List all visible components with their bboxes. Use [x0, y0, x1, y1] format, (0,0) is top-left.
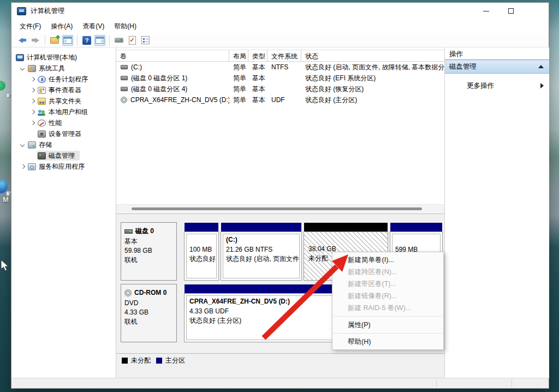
maximize-button[interactable] — [498, 3, 524, 19]
menu-item-help[interactable]: 帮助(H) — [332, 336, 443, 348]
context-menu: 新建简单卷(I)... 新建跨区卷(N)... 新建带区卷(T)... 新建镜像… — [332, 252, 444, 350]
console-tree-icon — [63, 37, 72, 44]
chevron-right-icon[interactable] — [29, 108, 37, 116]
forward-button[interactable] — [30, 35, 41, 46]
legend-primary-swatch — [156, 358, 162, 364]
menu-view[interactable]: 查看(V) — [78, 20, 109, 33]
menu-item-properties[interactable]: 属性(P) — [332, 319, 443, 331]
action-pane: 操作 磁盘管理 更多操作 — [444, 47, 549, 378]
action-pane-icon — [96, 37, 104, 44]
computer-icon — [16, 54, 24, 61]
chevron-down-icon[interactable] — [19, 64, 27, 72]
toggle-action-pane-button[interactable] — [94, 35, 105, 46]
menu-file[interactable]: 文件(F) — [15, 20, 46, 33]
console-options-button[interactable] — [140, 35, 151, 46]
disk0-partition-system[interactable]: 100 MB 状态良好 — [184, 222, 219, 281]
primary-partition-bar — [184, 222, 219, 231]
collapse-icon[interactable] — [538, 65, 544, 68]
volume-row-c[interactable]: (C:) 简单 基本 NTFS 状态良好 (启动, 页面文件, 故障转储, 基本… — [116, 62, 444, 73]
desktop-app-icon-green[interactable] — [0, 81, 5, 91]
menu-item-new-striped-volume: 新建带区卷(T)... — [332, 278, 443, 290]
chevron-right-icon[interactable] — [29, 86, 37, 94]
tree-item-event-viewer[interactable]: 事件查看器 — [11, 85, 116, 96]
toggle-console-tree-button[interactable] — [62, 35, 73, 46]
tree-item-device-manager[interactable]: 设备管理器 — [11, 128, 116, 139]
back-button[interactable] — [17, 35, 28, 46]
shared-folder-icon — [38, 98, 46, 105]
menu-item-new-simple-volume[interactable]: 新建简单卷(I)... — [332, 254, 443, 266]
console-tree: 计算机管理(本地) 系统工具 任务计划程序 事件查看器 共享文件夹 本地用户和组… — [11, 47, 116, 378]
toolbar-separator — [77, 35, 78, 45]
volume-row-recovery[interactable]: (磁盘 0 磁盘分区 4) 简单 基本 状态良好 (恢复分区) — [116, 84, 444, 94]
status-bar — [11, 378, 549, 388]
help-icon: ? — [82, 36, 91, 45]
services-icon — [28, 163, 36, 170]
volume-row-dvd[interactable]: CPRA_X64FRE_ZH-CN_DV5 (D:) 简单 基本 UDF 状态良… — [116, 94, 444, 105]
volume-row-efi[interactable]: (磁盘 0 磁盘分区 1) 简单 基本 状态良好 (EFI 系统分区) — [116, 73, 444, 84]
menu-item-new-mirrored-volume: 新建镜像卷(R)... — [332, 290, 443, 302]
tree-item-system-tools[interactable]: 系统工具 — [11, 63, 116, 74]
disk0-partition-c[interactable]: (C:) 21.26 GB NTFS 状态良好 (启动, 页面文件, 故障转储,… — [221, 222, 302, 281]
attach-vhd-button[interactable] — [114, 35, 124, 46]
forward-icon — [32, 38, 39, 43]
chevron-right-icon[interactable] — [29, 97, 37, 105]
chevron-right-icon[interactable] — [19, 163, 27, 170]
menu-help[interactable]: 帮助(H) — [109, 20, 141, 33]
statusbar-divider — [512, 379, 512, 387]
cdrom0-label[interactable]: CD-ROM 0 DVD 4.33 GB 联机 — [121, 284, 177, 342]
device-manager-icon — [38, 130, 46, 138]
tree-item-performance[interactable]: 性能 — [11, 117, 116, 128]
column-header-volume[interactable]: 卷 — [116, 50, 229, 61]
legend: 未分配 主分区 — [116, 353, 444, 367]
computer-management-window: 计算机管理 文件(F) 操作(A) 查看(V) 帮助(H) ? ✓ — [11, 2, 549, 389]
tree-item-storage[interactable]: 存储 — [11, 139, 116, 150]
toolbar-separator — [109, 35, 110, 45]
shortcut-arrow-icon — [6, 93, 11, 98]
unallocated-bar — [304, 222, 388, 231]
folder-icon — [50, 37, 59, 44]
volume-disk-icon — [121, 65, 128, 69]
disk0-label[interactable]: 磁盘 0 基本 59.98 GB 联机 — [121, 222, 177, 281]
horizontal-scrollbar[interactable] — [116, 204, 444, 213]
tree-item-disk-management[interactable]: 磁盘管理 — [11, 150, 116, 161]
computer-management-app-icon — [17, 7, 26, 15]
window-title: 计算机管理 — [31, 7, 65, 16]
tree-item-services-applications[interactable]: 服务和应用程序 — [11, 161, 116, 172]
chevron-down-icon[interactable] — [19, 141, 27, 149]
tree-item-computer-management[interactable]: 计算机管理(本地) — [11, 52, 116, 63]
check-disk-button[interactable]: ✓ — [127, 35, 138, 46]
chevron-right-icon[interactable] — [29, 119, 37, 127]
menu-action[interactable]: 操作(A) — [46, 20, 78, 33]
tree-item-task-scheduler[interactable]: 任务计划程序 — [11, 74, 116, 85]
toolbar-separator — [45, 35, 45, 45]
scrollbar-thumb[interactable] — [132, 207, 422, 210]
cd-icon — [124, 289, 132, 296]
menu-item-new-spanned-volume: 新建跨区卷(N)... — [332, 266, 443, 278]
chevron-right-icon[interactable] — [29, 75, 37, 83]
clock-icon — [38, 76, 46, 83]
desktop: M 计算机管理 文件(F) 操作(A) 查看(V) 帮助(H) ? — [0, 0, 559, 392]
users-icon — [38, 109, 46, 116]
column-header-status[interactable]: 状态 — [301, 50, 444, 61]
tree-item-local-users-groups[interactable]: 本地用户和组 — [11, 106, 116, 117]
volume-list: (C:) 简单 基本 NTFS 状态良好 (启动, 页面文件, 故障转储, 基本… — [116, 62, 444, 105]
actions-section-disk-management[interactable]: 磁盘管理 — [445, 60, 549, 74]
volume-cd-icon — [121, 97, 127, 103]
minimize-button[interactable] — [473, 3, 498, 19]
storage-icon — [28, 141, 36, 149]
export-list-button[interactable] — [49, 35, 60, 46]
column-header-filesystem[interactable]: 文件系统 — [267, 50, 301, 61]
more-actions-item[interactable]: 更多操作 — [445, 81, 549, 92]
help-button[interactable]: ? — [81, 35, 92, 46]
menu-item-new-raid5-volume: 新建 RAID-5 卷(W)... — [332, 302, 443, 314]
tree-item-shared-folders[interactable]: 共享文件夹 — [11, 96, 116, 106]
desktop-icon-label: M — [3, 195, 9, 204]
legend-primary-label: 主分区 — [165, 356, 185, 365]
title-bar[interactable]: 计算机管理 — [11, 3, 549, 19]
column-header-type[interactable]: 类型 — [248, 50, 267, 61]
legend-unallocated-label: 未分配 — [131, 356, 151, 365]
hdd-icon — [124, 229, 133, 234]
column-header-layout[interactable]: 布局 — [229, 50, 248, 61]
performance-icon — [38, 120, 46, 127]
checklist-icon — [141, 36, 150, 44]
